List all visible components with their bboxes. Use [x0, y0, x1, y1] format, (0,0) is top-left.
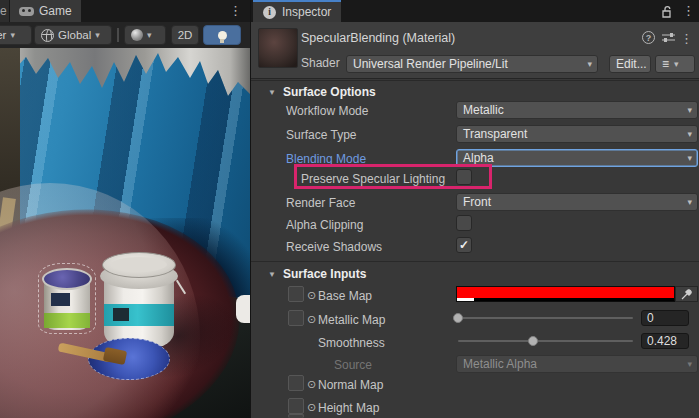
- normal-map-label: Normal Map: [318, 376, 383, 394]
- render-face-dropdown[interactable]: Front ▾: [456, 193, 698, 211]
- smoothness-value-field[interactable]: 0.428: [641, 333, 689, 349]
- base-map-texture-slot[interactable]: [288, 286, 304, 302]
- surface-inputs-header[interactable]: Surface Inputs: [283, 265, 366, 283]
- shading-mode-button[interactable]: ▾: [124, 25, 166, 45]
- shader-list-menu-button[interactable]: ≡ ▾: [655, 55, 695, 73]
- gamepad-icon: [19, 7, 34, 16]
- next-texture-slot-partial: [288, 414, 304, 418]
- foldout-arrow-icon[interactable]: ▼: [268, 84, 276, 102]
- unity-editor-window: e Game ⋮ ter ▾ Global ▾ ▾ 2D: [0, 0, 699, 418]
- surface-type-dropdown[interactable]: Transparent ▾: [456, 125, 698, 143]
- pivot-mode-button[interactable]: ter ▾: [0, 25, 32, 45]
- foldout-arrow-icon[interactable]: ▼: [268, 266, 276, 284]
- inspector-panel: i Inspector ⋮ SpecularBlending (Material…: [250, 0, 699, 418]
- globe-accent: [46, 41, 54, 42]
- tab-game[interactable]: Game: [10, 0, 81, 22]
- receive-shadows-label: Receive Shadows: [286, 238, 382, 256]
- eyedropper-button[interactable]: [675, 286, 698, 302]
- scene-bucket-logo: [113, 308, 129, 321]
- preserve-specular-label: Preserve Specular Lighting: [301, 170, 445, 188]
- game-panel-menu-icon[interactable]: ⋮: [229, 0, 242, 22]
- surface-options-header[interactable]: Surface Options: [283, 83, 376, 101]
- object-picker-icon[interactable]: ⊙: [307, 399, 316, 415]
- base-map-label: Base Map: [318, 287, 372, 305]
- alpha-clipping-label: Alpha Clipping: [286, 216, 363, 234]
- smoothness-label: Smoothness: [318, 334, 385, 352]
- chevron-down-icon: ▾: [687, 197, 692, 207]
- orientation-global-button[interactable]: Global ▾: [34, 25, 112, 45]
- chevron-down-icon: ▾: [147, 30, 152, 40]
- material-menu-icon[interactable]: ⋮: [680, 28, 693, 50]
- height-map-label: Height Map: [318, 399, 379, 417]
- toolbar-divider: [117, 28, 119, 42]
- slider-track: [458, 340, 633, 342]
- receive-shadows-checkbox[interactable]: ✓: [456, 237, 472, 253]
- shader-edit-button[interactable]: Edit...: [609, 55, 651, 73]
- inspector-menu-icon[interactable]: ⋮: [682, 0, 695, 22]
- material-header: SpecularBlending (Material) ? ⋮ Shader U…: [251, 22, 699, 79]
- height-map-texture-slot[interactable]: [288, 398, 304, 414]
- workflow-mode-dropdown[interactable]: Metallic ▾: [456, 101, 698, 119]
- section-divider: [251, 80, 699, 81]
- chevron-down-icon: ▾: [687, 105, 692, 115]
- scene-white-object-edge: [236, 295, 250, 323]
- tab-scene-partial[interactable]: e: [0, 0, 9, 22]
- material-preview-thumbnail[interactable]: [258, 28, 298, 68]
- inspector-tabbar: i Inspector ⋮: [251, 0, 699, 22]
- workflow-mode-label: Workflow Mode: [286, 102, 368, 120]
- check-icon: ✓: [459, 238, 469, 252]
- lightbulb-icon: [218, 31, 227, 40]
- alpha-clipping-checkbox[interactable]: [456, 215, 472, 231]
- metallic-map-label: Metallic Map: [318, 311, 385, 329]
- shading-sphere-icon: [131, 29, 143, 41]
- object-picker-icon[interactable]: ⊙: [307, 287, 316, 303]
- render-face-label: Render Face: [286, 194, 355, 212]
- slider-handle[interactable]: [528, 336, 538, 346]
- source-dropdown: Metallic Alpha ▾: [456, 355, 698, 373]
- tab-inspector[interactable]: i Inspector: [253, 0, 341, 22]
- source-label: Source: [334, 356, 372, 374]
- chevron-down-icon: ▾: [687, 129, 692, 139]
- blending-mode-label: Blending Mode: [286, 150, 366, 168]
- chevron-down-icon: ▾: [687, 153, 692, 163]
- shader-label: Shader: [301, 56, 340, 70]
- chevron-down-icon: ▾: [687, 359, 692, 369]
- tab-game-label: Game: [39, 4, 72, 18]
- base-map-color-field[interactable]: [456, 286, 675, 302]
- game-viewport[interactable]: [0, 48, 250, 418]
- hamburger-icon: ≡: [662, 57, 669, 71]
- shader-dropdown[interactable]: Universal Render Pipeline/Lit ▾: [346, 55, 598, 73]
- globe-icon: [41, 29, 54, 42]
- scene-lighting-toggle-button[interactable]: [203, 25, 241, 45]
- object-picker-icon[interactable]: ⊙: [307, 376, 316, 392]
- section-divider: [251, 261, 699, 262]
- presets-icon[interactable]: [662, 32, 675, 43]
- metallic-slider[interactable]: [458, 310, 633, 326]
- metallic-value-field[interactable]: 0: [641, 310, 689, 326]
- tab-inspector-label: Inspector: [282, 5, 331, 19]
- base-map-alpha-bar: [457, 298, 674, 301]
- base-map-alpha-fill: [457, 298, 474, 301]
- scene-can-paint-top: [42, 268, 92, 290]
- base-map-color-swatch: [457, 287, 674, 298]
- unlock-icon[interactable]: [661, 5, 673, 18]
- help-icon[interactable]: ?: [642, 31, 655, 44]
- smoothness-slider[interactable]: [458, 333, 633, 349]
- chevron-down-icon: ▾: [10, 30, 15, 40]
- surface-type-label: Surface Type: [286, 126, 357, 144]
- material-title: SpecularBlending (Material): [301, 31, 455, 45]
- preserve-specular-checkbox[interactable]: [456, 169, 472, 185]
- scene-bucket-lid-top: [111, 257, 167, 272]
- toggle-2d-button[interactable]: 2D: [171, 25, 199, 45]
- metallic-map-texture-slot[interactable]: [288, 310, 304, 326]
- slider-handle[interactable]: [453, 313, 463, 323]
- blending-mode-dropdown[interactable]: Alpha ▾: [456, 149, 698, 167]
- chevron-down-icon: ▾: [674, 59, 679, 69]
- slider-track: [458, 317, 633, 319]
- info-icon: i: [263, 6, 276, 19]
- chevron-down-icon: ▾: [587, 59, 592, 69]
- normal-map-texture-slot[interactable]: [288, 375, 304, 391]
- game-view-panel: e Game ⋮ ter ▾ Global ▾ ▾ 2D: [0, 0, 250, 418]
- scene-can-logo: [51, 293, 70, 306]
- object-picker-icon[interactable]: ⊙: [307, 311, 316, 327]
